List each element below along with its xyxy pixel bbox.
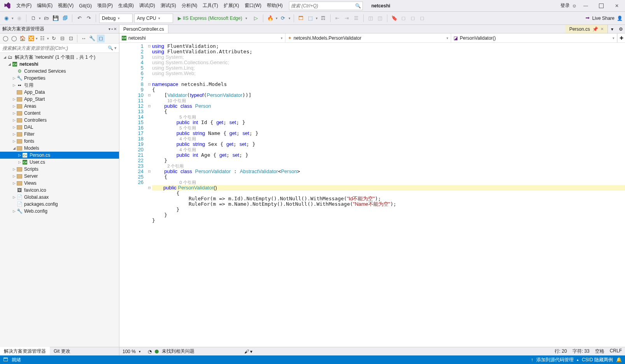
run-button[interactable]: ▶IIS Express (Microsoft Edge)▾: [175, 16, 250, 21]
solution-tree[interactable]: ◢🗂解决方案 'netceshi' (1 个项目，共 1 个) ◢C#netce…: [0, 53, 119, 347]
start-no-debug-icon[interactable]: ▷: [252, 14, 260, 22]
fold-gutter[interactable]: ⊟ ⊟ ⊟ ⊟ ⊟ ⊟: [147, 43, 152, 347]
save-icon[interactable]: 💾: [52, 14, 60, 22]
pin-icon[interactable]: 📌: [592, 26, 598, 32]
user-icon[interactable]: ☺: [572, 3, 577, 9]
issues-text[interactable]: 未找到相关问题: [162, 348, 194, 355]
minimize-button[interactable]: —: [579, 2, 592, 10]
tree-item-models[interactable]: ◢Models: [0, 145, 119, 152]
close-window-button[interactable]: ✕: [610, 2, 623, 10]
tree-item-packages-config[interactable]: 📄packages.config: [0, 201, 119, 208]
menu-extensions[interactable]: 扩展(X): [221, 1, 242, 10]
properties-icon[interactable]: ↔: [80, 35, 88, 42]
menu-debug[interactable]: 调试(D): [137, 1, 158, 10]
publish-icon[interactable]: ⬚: [306, 14, 314, 22]
tab-personcontroller[interactable]: PersonController.cs: [119, 25, 168, 33]
status-extra[interactable]: CSID 隐藏两例: [582, 357, 613, 363]
health-icon[interactable]: ◔: [148, 349, 152, 354]
nav-member[interactable]: ◪PersonValidator()▾: [451, 33, 617, 42]
tree-item-areas[interactable]: ▷Areas: [0, 103, 119, 110]
switch-view-icon[interactable]: 🔀: [27, 35, 35, 42]
solution-search-input[interactable]: [2, 46, 108, 51]
find-icon[interactable]: ☶: [319, 14, 327, 22]
output-icon[interactable]: 🗔: [3, 357, 8, 362]
tree-item-references[interactable]: ▷▪▪引用: [0, 82, 119, 89]
tree-item-properties[interactable]: ▷🔧Properties: [0, 75, 119, 82]
new-project-icon[interactable]: 🗋: [30, 14, 37, 22]
breakpoint-gutter[interactable]: [119, 43, 131, 347]
project-node[interactable]: ◢C#netceshi: [0, 61, 119, 68]
close-tab-icon[interactable]: ✕: [600, 27, 604, 31]
menu-edit[interactable]: 编辑(E): [35, 1, 55, 10]
tree-item-fonts[interactable]: ▷fonts: [0, 138, 119, 145]
login-link[interactable]: 登录: [560, 2, 570, 9]
solution-explorer-search[interactable]: 🔍 ▾: [0, 44, 119, 53]
tree-item-views[interactable]: ▷Views: [0, 180, 119, 187]
refresh-icon[interactable]: ⟳: [279, 14, 287, 22]
tree-item-web-config[interactable]: ▷🔧Web.config: [0, 208, 119, 215]
tree-item-favicon[interactable]: 🖼favicon.ico: [0, 187, 119, 194]
maximize-button[interactable]: [595, 2, 608, 10]
fwd-nav-icon[interactable]: ◯: [10, 35, 18, 42]
tab-person-cs[interactable]: Person.cs📌✕: [565, 25, 608, 33]
tree-item-user-cs[interactable]: ▷C#User.cs: [0, 159, 119, 166]
pin-icon[interactable]: ▪: [111, 27, 113, 31]
browse-icon[interactable]: 🗖: [297, 14, 305, 22]
eol-indicator[interactable]: CRLF: [610, 348, 622, 355]
tree-item-global-asax[interactable]: ▷📄Global.asax: [0, 194, 119, 201]
tabs-overflow-icon[interactable]: ▾: [608, 25, 616, 33]
feedback-icon[interactable]: 👤: [617, 16, 623, 21]
close-panel-icon[interactable]: ✕: [114, 27, 117, 31]
redo-icon[interactable]: ↷: [85, 14, 93, 22]
menu-tools[interactable]: 工具(T): [200, 1, 220, 10]
back-icon[interactable]: ◉: [2, 14, 10, 22]
open-icon[interactable]: 🗁: [42, 14, 50, 22]
forward-icon[interactable]: ◉: [15, 14, 23, 22]
scm-label[interactable]: 添加到源代码管理: [536, 357, 574, 363]
notifications-icon[interactable]: 🔔: [616, 357, 622, 362]
tree-item-dal[interactable]: ▷DAL: [0, 124, 119, 131]
menu-project[interactable]: 项目(P): [95, 1, 115, 10]
tree-item-person-cs[interactable]: ▷C#Person.cs: [0, 152, 119, 159]
menu-test[interactable]: 测试(S): [158, 1, 179, 10]
menu-file[interactable]: 文件(F): [14, 1, 34, 10]
tab-solution-explorer[interactable]: 解决方案资源管理器: [0, 347, 50, 356]
code-editor[interactable]: 1234567891011121314151617181920212223242…: [119, 43, 625, 347]
solution-root[interactable]: ◢🗂解决方案 'netceshi' (1 个项目，共 1 个): [0, 54, 119, 61]
undo-icon[interactable]: ↶: [75, 14, 83, 22]
tabs-settings-icon[interactable]: ⚙: [616, 25, 625, 33]
indent-indicator[interactable]: 空格: [595, 348, 604, 355]
dropdown-icon[interactable]: ▾: [109, 27, 110, 31]
wrench-icon[interactable]: 🔧: [88, 35, 96, 42]
back-nav-icon[interactable]: ◯: [2, 35, 9, 42]
pending-changes-icon[interactable]: ☷: [39, 35, 46, 42]
tree-item-scripts[interactable]: ▷Scripts: [0, 166, 119, 173]
zoom-level[interactable]: 100 %: [123, 349, 136, 354]
liveshare-icon[interactable]: ⮕: [585, 16, 590, 21]
platform-combo[interactable]: Any CPU▾: [134, 14, 173, 23]
tree-item-app-start[interactable]: ▷App_Start: [0, 96, 119, 103]
menu-view[interactable]: 视图(V): [56, 1, 76, 10]
code-content[interactable]: using FluentValidation; using FluentVali…: [152, 43, 625, 347]
showall-icon[interactable]: ⊡: [67, 35, 75, 42]
preview-icon[interactable]: ◻: [97, 35, 105, 42]
tree-item-filter[interactable]: ▷Filter: [0, 131, 119, 138]
col-indicator[interactable]: 字符: 33: [572, 348, 590, 355]
scm-add-icon[interactable]: ↑: [531, 357, 533, 362]
menu-analyze[interactable]: 分析(N): [179, 1, 200, 10]
menu-window[interactable]: 窗口(W): [242, 1, 264, 10]
config-combo[interactable]: Debug▾: [99, 14, 133, 23]
tree-item-connected-services[interactable]: ⚙Connected Services: [0, 68, 119, 75]
hot-reload-icon[interactable]: 🔥: [266, 14, 274, 22]
menu-help[interactable]: 帮助(H): [264, 1, 285, 10]
save-all-icon[interactable]: 🗐: [61, 14, 69, 22]
brush-icon[interactable]: 🖌 ▾: [244, 349, 252, 354]
tree-item-app-data[interactable]: App_Data: [0, 89, 119, 96]
tree-item-content[interactable]: ▷Content: [0, 110, 119, 117]
liveshare-label[interactable]: Live Share: [592, 16, 614, 21]
global-search-input[interactable]: [291, 3, 355, 9]
collapse-icon[interactable]: ⊟: [58, 35, 66, 42]
global-search[interactable]: 🔍: [289, 2, 363, 10]
nav-project[interactable]: C#netceshi▾: [119, 33, 285, 42]
menu-git[interactable]: Git(G): [77, 2, 94, 10]
